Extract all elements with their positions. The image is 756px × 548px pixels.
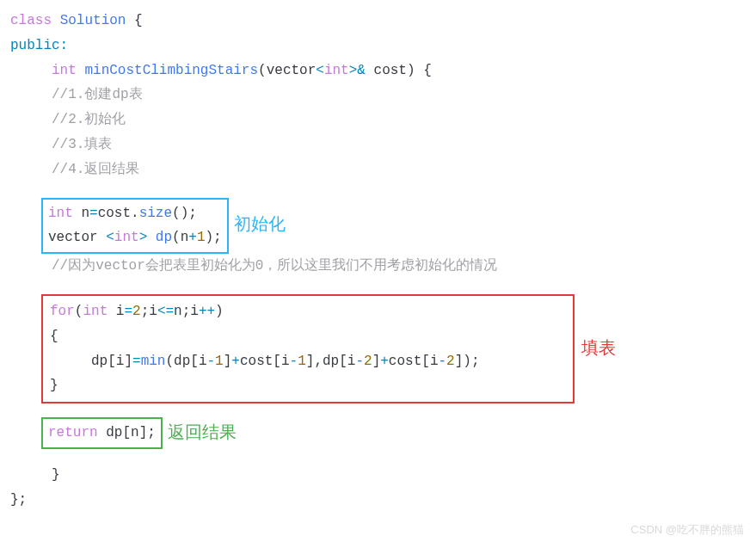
keyword-class: class <box>10 13 52 28</box>
comment-2: //2.初始化 <box>10 108 746 132</box>
line-public: public: <box>10 34 746 58</box>
line-class-decl: class Solution { <box>10 9 746 34</box>
keyword-public: public <box>10 38 60 53</box>
init-box: int n=cost.size(); vector <int> dp(n+1); <box>41 198 229 255</box>
init-line-1: int n=cost.size(); <box>48 201 222 226</box>
label-fill: 填表 <box>581 334 616 365</box>
return-box: return dp[n]; <box>41 417 163 449</box>
fill-brace-close: } <box>50 373 566 398</box>
fill-line-body: dp[i]=min(dp[i-1]+cost[i-1],dp[i-2]+cost… <box>50 349 566 374</box>
closing-brace-fn: } <box>10 463 746 488</box>
comment-3: //3.填表 <box>10 132 746 157</box>
fill-section: for(int i=2;i<=n;i++) { dp[i]=min(dp[i-1… <box>10 294 746 403</box>
line-fn-sig: int minCostClimbingStairs(vector<int>& c… <box>10 58 746 83</box>
return-line: return dp[n]; <box>48 421 156 446</box>
return-section: return dp[n]; 返回结果 <box>10 417 746 449</box>
init-section: int n=cost.size(); vector <int> dp(n+1);… <box>10 198 746 255</box>
fill-line-for: for(int i=2;i<=n;i++) <box>50 299 566 324</box>
class-name: Solution <box>60 13 126 28</box>
init-line-2: vector <int> dp(n+1); <box>48 225 222 250</box>
fill-box: for(int i=2;i<=n;i++) { dp[i]=min(dp[i-1… <box>41 294 575 403</box>
label-init: 初始化 <box>234 210 286 241</box>
closing-brace-class: }; <box>10 488 746 513</box>
label-return: 返回结果 <box>168 418 237 449</box>
comment-5: //因为vector会把表里初始化为0，所以这里我们不用考虑初始化的情况 <box>10 254 746 279</box>
return-type: int <box>52 63 77 78</box>
comment-4: //4.返回结果 <box>10 157 746 182</box>
comment-1: //1.创建dp表 <box>10 83 746 108</box>
fill-brace-open: { <box>50 324 566 349</box>
watermark: CSDN @吃不胖的熊猫 <box>630 520 744 539</box>
code-block: class Solution { public: int minCostClim… <box>10 9 746 513</box>
function-name: minCostClimbingStairs <box>77 63 258 78</box>
